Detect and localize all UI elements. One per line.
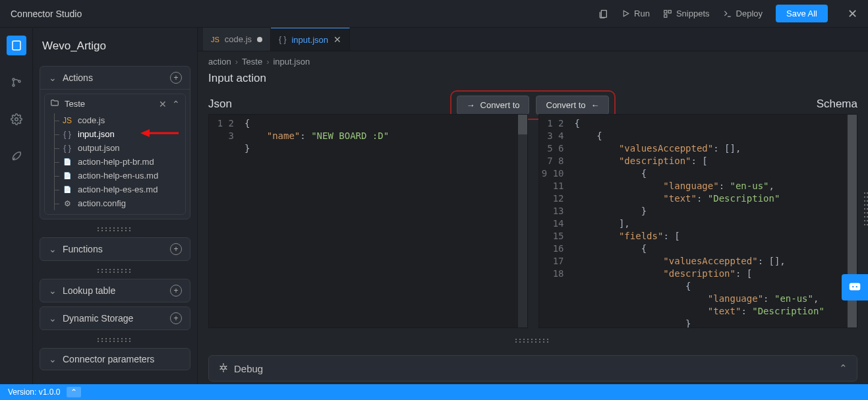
breadcrumb-sep: › (266, 57, 269, 67)
storage-header[interactable]: ⌄ Dynamic Storage + (40, 307, 190, 329)
rail-rocket-icon[interactable] (7, 146, 26, 166)
svg-point-79 (539, 341, 540, 343)
actions-panel-header[interactable]: ⌄ Actions + (40, 67, 190, 89)
crumb-1[interactable]: Teste (242, 57, 262, 67)
arrow-right-icon: → (467, 100, 475, 110)
svg-point-36 (129, 269, 130, 270)
svg-point-103 (856, 286, 857, 287)
svg-point-51 (117, 338, 119, 339)
status-expand-icon[interactable]: ⌃ (67, 387, 81, 397)
add-action-button[interactable]: + (170, 72, 182, 84)
editor-tab[interactable]: { }input.json✕ (271, 28, 350, 51)
tree-item-label: action-help-pt-br.md (78, 157, 154, 167)
convert-to-json-button[interactable]: Convert to ← (536, 96, 610, 115)
svg-point-38 (101, 271, 103, 273)
svg-point-60 (117, 341, 119, 342)
chevron-down-icon: ⌄ (48, 285, 57, 296)
line-gutter: 1 2 3 (209, 115, 239, 328)
add-function-button[interactable]: + (170, 243, 182, 255)
storage-label: Dynamic Storage (63, 313, 133, 324)
md-file-icon: 📄 (62, 158, 72, 165)
run-button[interactable]: Run (622, 9, 650, 18)
rail-branch-icon[interactable] (7, 72, 26, 92)
editor-tab[interactable]: JScode.js (203, 28, 271, 51)
svg-point-6 (13, 78, 14, 80)
breadcrumb: action › Teste › input.json (198, 51, 868, 69)
svg-point-55 (98, 341, 99, 342)
params-header[interactable]: ⌄ Connector parameters (40, 349, 190, 370)
add-lookup-button[interactable]: + (170, 285, 182, 297)
lookup-header[interactable]: ⌄ Lookup table + (40, 279, 190, 302)
svg-point-46 (98, 338, 99, 339)
svg-point-47 (101, 338, 103, 339)
run-label: Run (634, 9, 650, 18)
tree-item[interactable]: 📄action-help-es-es.md (45, 183, 185, 196)
folder-collapse-icon[interactable]: ⌃ (172, 99, 180, 109)
svg-point-7 (13, 84, 14, 86)
close-tab-icon[interactable]: ✕ (333, 34, 341, 45)
tree-item[interactable]: 📄action-help-pt-br.md (45, 155, 185, 169)
rail-settings-icon[interactable] (7, 109, 26, 129)
svg-point-81 (547, 341, 548, 343)
schema-editor[interactable]: 1 2 3 4 5 6 7 8 9 10 11 12 13 14 15 16 1… (538, 114, 858, 328)
gear-icon: ⚙ (62, 199, 72, 208)
editor-tabs: JScode.js{ }input.json✕ (198, 28, 868, 51)
json-label: Json (208, 98, 232, 111)
tree-item[interactable]: 📄action-help-en-us.md (45, 169, 185, 183)
svg-point-62 (125, 341, 127, 342)
minimap[interactable] (518, 115, 527, 328)
svg-point-14 (113, 227, 115, 229)
svg-point-10 (98, 227, 99, 229)
sidebar: Wevo_Artigo ⌄ Actions + Teste ✕ (33, 28, 198, 384)
deploy-button[interactable]: Deploy (723, 9, 763, 18)
debug-panel[interactable]: Debug ⌃ (208, 355, 857, 382)
chat-widget-button[interactable] (842, 274, 868, 300)
debug-label: Debug (234, 363, 263, 374)
svg-point-64 (515, 339, 517, 340)
folder-close-icon[interactable]: ✕ (159, 99, 167, 109)
snippets-button[interactable]: Snippets (663, 9, 710, 18)
code-body[interactable]: { { "valuesAcceppted": [], "description"… (569, 115, 848, 328)
tree-item-label: input.json (78, 129, 115, 139)
actions-panel: ⌄ Actions + Teste ✕ ⌃ JScode.j (40, 66, 190, 219)
lookup-label: Lookup table (63, 285, 115, 296)
action-folder: Teste ✕ ⌃ JScode.js{ }input.json{ }outpu… (44, 94, 186, 215)
clipboard-button[interactable] (598, 9, 608, 19)
resize-handle[interactable] (40, 334, 190, 344)
folder-header[interactable]: Teste ✕ ⌃ (45, 94, 185, 113)
status-bar: Version: v1.0.0 ⌃ (0, 384, 868, 400)
functions-header[interactable]: ⌄ Functions + (40, 238, 190, 260)
svg-point-80 (543, 341, 544, 343)
add-storage-button[interactable]: + (170, 312, 182, 324)
chevron-up-icon[interactable]: ⌃ (839, 362, 848, 374)
tree-item[interactable]: JScode.js (45, 113, 185, 127)
svg-point-11 (101, 227, 103, 229)
crumb-2[interactable]: input.json (273, 57, 310, 67)
tree-item[interactable]: ⚙action.config (45, 196, 185, 210)
svg-rect-4 (664, 14, 667, 17)
svg-point-76 (527, 341, 529, 343)
close-button[interactable]: ✕ (841, 7, 857, 21)
editor-resize-handle[interactable] (198, 335, 868, 345)
rail-files-icon[interactable] (7, 36, 26, 55)
js-file-icon: JS (211, 36, 219, 43)
resize-handle[interactable] (40, 223, 190, 233)
convert-to-schema-button[interactable]: → Convert to (457, 96, 530, 115)
code-body[interactable]: { "name": "NEW BOARD :D" } (239, 115, 518, 328)
save-all-button[interactable]: Save All (776, 5, 828, 22)
svg-point-72 (547, 339, 548, 340)
json-editor[interactable]: 1 2 3 { "name": "NEW BOARD :D" } (208, 114, 528, 328)
crumb-0[interactable]: action (208, 57, 231, 67)
svg-point-52 (121, 338, 123, 339)
side-resize-handle[interactable] (861, 190, 868, 222)
deploy-label: Deploy (736, 9, 763, 18)
breadcrumb-sep: › (235, 57, 238, 67)
tree-item[interactable]: { }output.json (45, 141, 185, 155)
resize-handle[interactable] (40, 265, 190, 275)
svg-point-75 (523, 341, 525, 343)
tree-item[interactable]: { }input.json (45, 127, 185, 141)
svg-point-65 (519, 339, 521, 340)
svg-point-63 (129, 341, 130, 342)
svg-point-53 (125, 338, 127, 339)
svg-point-23 (113, 230, 115, 231)
